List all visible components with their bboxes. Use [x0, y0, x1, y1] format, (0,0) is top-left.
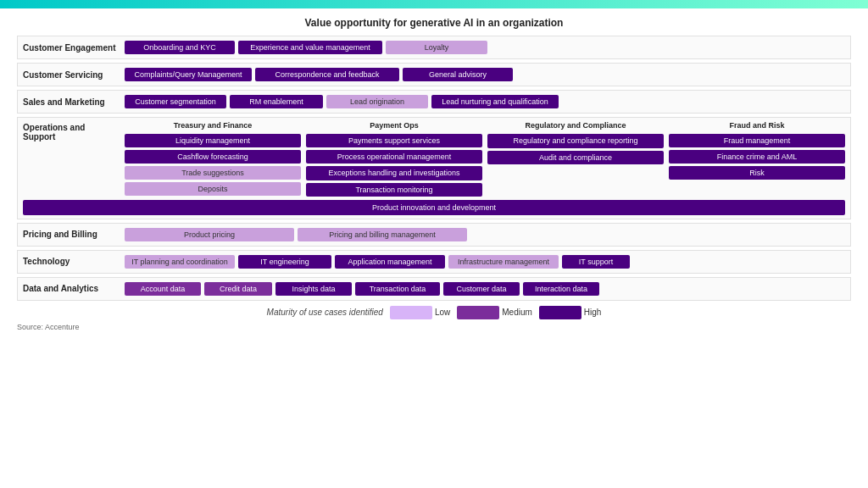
- legend-medium: Medium: [457, 306, 532, 319]
- product-innovation-bar: Product innovation and development: [23, 200, 845, 215]
- payment-ops-col: Payment Ops Payments support services Pr…: [306, 121, 482, 197]
- customer-engagement-items: Onboarding and KYC Experience and value …: [125, 41, 845, 54]
- operations-label: Operations andSupport: [23, 121, 125, 141]
- tag-general-advisory: General advisory: [403, 68, 513, 81]
- tag-fraud-mgmt: Fraud management: [669, 134, 845, 147]
- tag-reg-reporting: Regulatory and compliance reporting: [487, 134, 664, 148]
- tag-account-data: Account data: [125, 282, 201, 296]
- tag-customer-seg: Customer segmentation: [125, 95, 226, 108]
- sales-marketing-items: Customer segmentation RM enablement Lead…: [125, 95, 845, 108]
- legend-low: Low: [390, 306, 450, 319]
- tag-loyalty: Loyalty: [386, 41, 487, 54]
- legend-label: Maturity of use cases identified: [267, 308, 383, 317]
- customer-engagement-label: Customer Engagement: [23, 43, 125, 53]
- tag-infra-mgmt: Infrastructure management: [448, 255, 559, 269]
- fraud-risk-col: Fraud and Risk Fraud management Finance …: [669, 121, 845, 197]
- tag-complaints: Complaints/Query Management: [125, 68, 252, 81]
- source-text: Source: Accenture: [17, 323, 851, 331]
- pricing-billing-label: Pricing and Billing: [23, 230, 125, 239]
- technology-items: IT planning and coordination IT engineer…: [125, 255, 845, 269]
- tag-pricing-billing-mgmt: Pricing and billing management: [298, 228, 467, 241]
- tag-customer-data: Customer data: [443, 282, 520, 296]
- regulatory-compliance-col: Regulatory and Compliance Regulatory and…: [487, 121, 664, 197]
- tag-deposits: Deposits: [125, 182, 301, 196]
- operations-columns: Treasury and Finance Liquidity managemen…: [125, 121, 845, 197]
- data-analytics-row: Data and Analytics Account data Credit d…: [17, 277, 851, 301]
- bottom-rows: Pricing and Billing Product pricing Pric…: [17, 223, 851, 301]
- operations-container: Operations andSupport Treasury and Finan…: [17, 117, 851, 219]
- treasury-finance-col: Treasury and Finance Liquidity managemen…: [125, 121, 301, 197]
- tag-trade: Trade suggestions: [125, 166, 301, 180]
- tag-rm-enablement: RM enablement: [230, 95, 323, 108]
- legend-low-text: Low: [435, 308, 450, 317]
- customer-servicing-row: Customer Servicing Complaints/Query Mana…: [17, 63, 851, 86]
- treasury-finance-title: Treasury and Finance: [125, 121, 301, 130]
- sales-marketing-row: Sales and Marketing Customer segmentatio…: [17, 90, 851, 114]
- sales-marketing-label: Sales and Marketing: [23, 97, 125, 107]
- legend-row: Maturity of use cases identified Low Med…: [17, 306, 851, 319]
- payment-ops-title: Payment Ops: [306, 121, 482, 130]
- legend-medium-box: [457, 306, 499, 319]
- tag-it-engineering: IT engineering: [238, 255, 331, 269]
- tag-liquidity: Liquidity management: [125, 134, 301, 147]
- tag-risk: Risk: [669, 166, 845, 180]
- legend-low-box: [390, 306, 432, 319]
- tag-payments-support: Payments support services: [306, 134, 482, 147]
- technology-label: Technology: [23, 257, 125, 266]
- tag-process-ops: Process operational management: [306, 150, 482, 164]
- tag-cashflow: Cashflow forecasting: [125, 150, 301, 164]
- regulatory-compliance-title: Regulatory and Compliance: [487, 121, 664, 130]
- tag-finance-crime: Finance crime and AML: [669, 150, 845, 164]
- tag-lead-orig: Lead origination: [326, 95, 428, 108]
- legend-medium-text: Medium: [502, 308, 532, 317]
- tag-correspondence: Correspondence and feedback: [255, 68, 399, 81]
- pricing-billing-row: Pricing and Billing Product pricing Pric…: [17, 223, 851, 247]
- legend-high: High: [539, 306, 602, 319]
- tag-app-mgmt: Application management: [335, 255, 445, 269]
- tag-it-support: IT support: [562, 255, 630, 269]
- tag-insights-data: Insights data: [275, 282, 352, 296]
- main-content: Value opportunity for generative AI in a…: [0, 8, 868, 338]
- chart-title: Value opportunity for generative AI in a…: [17, 17, 851, 29]
- pricing-billing-items: Product pricing Pricing and billing mana…: [125, 228, 845, 241]
- tag-lead-nurturing: Lead nurturing and qualification: [431, 95, 559, 108]
- customer-servicing-label: Customer Servicing: [23, 70, 125, 80]
- tag-experience-value: Experience and value management: [238, 41, 382, 54]
- customer-servicing-items: Complaints/Query Management Corresponden…: [125, 68, 845, 81]
- tag-it-planning: IT planning and coordination: [125, 255, 235, 269]
- operations-header-row: Operations andSupport Treasury and Finan…: [23, 121, 845, 197]
- data-analytics-items: Account data Credit data Insights data T…: [125, 282, 845, 296]
- legend-high-text: High: [584, 308, 602, 317]
- data-analytics-label: Data and Analytics: [23, 284, 125, 293]
- tag-audit: Audit and compliance: [487, 151, 664, 164]
- tag-transaction-mon: Transaction monitoring: [306, 183, 482, 197]
- tag-exceptions: Exceptions handling and investigations: [306, 166, 482, 180]
- fraud-risk-title: Fraud and Risk: [669, 121, 845, 130]
- legend-high-box: [539, 306, 581, 319]
- technology-row: Technology IT planning and coordination …: [17, 250, 851, 274]
- tag-onboarding-kyc: Onboarding and KYC: [125, 41, 235, 54]
- customer-engagement-row: Customer Engagement Onboarding and KYC E…: [17, 36, 851, 59]
- tag-interaction-data: Interaction data: [523, 282, 599, 296]
- tag-credit-data: Credit data: [204, 282, 272, 296]
- tag-product-pricing: Product pricing: [125, 228, 294, 241]
- top-bar: [0, 0, 868, 8]
- tag-transaction-data: Transaction data: [355, 282, 440, 296]
